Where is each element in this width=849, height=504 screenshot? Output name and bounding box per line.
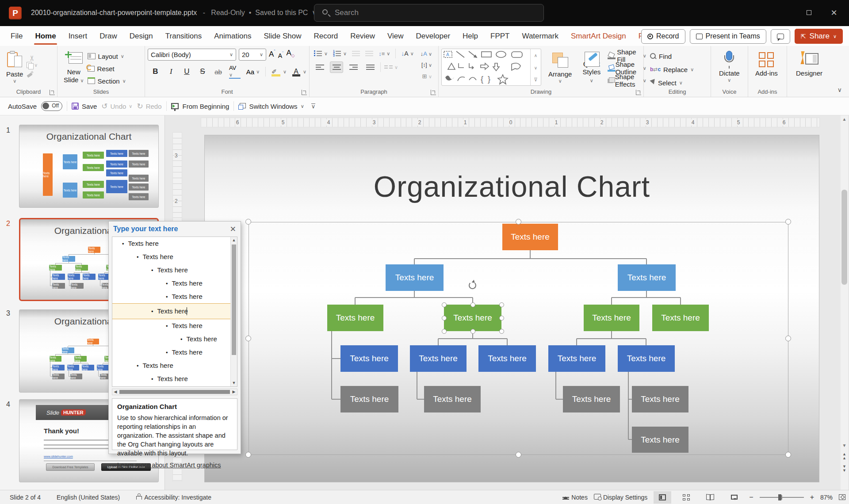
- quick-styles-button[interactable]: QuickStyles ∨: [579, 49, 604, 86]
- org-chart-node[interactable]: Texts here: [563, 386, 620, 412]
- columns-button[interactable]: [384, 64, 393, 70]
- shape-handle[interactable]: [442, 302, 447, 307]
- tab-fppt[interactable]: FPPT: [484, 26, 516, 46]
- frame-handle[interactable]: [785, 452, 791, 458]
- tab-insert[interactable]: Insert: [62, 26, 94, 46]
- shape-outline-button[interactable]: Shape Outline∨: [608, 62, 646, 74]
- copy-icon[interactable]: [27, 62, 33, 69]
- font-color-button[interactable]: A: [292, 68, 300, 76]
- tab-draw[interactable]: Draw: [93, 26, 123, 46]
- org-chart-node[interactable]: Texts here: [340, 345, 398, 372]
- replace-button[interactable]: b⇄cReplace∨: [650, 64, 708, 75]
- org-chart-node[interactable]: Texts here: [548, 345, 605, 372]
- tab-file[interactable]: File: [4, 26, 29, 46]
- org-chart-node[interactable]: Texts here: [340, 386, 398, 412]
- shape-handle[interactable]: [442, 316, 447, 321]
- frame-handle[interactable]: [785, 336, 791, 341]
- bullets-button[interactable]: [314, 50, 322, 57]
- shape-handle[interactable]: [470, 329, 475, 334]
- org-chart-node[interactable]: Texts here: [410, 345, 467, 372]
- comments-button[interactable]: [771, 29, 790, 44]
- designer-button[interactable]: Designer: [792, 49, 826, 86]
- text-pane-item[interactable]: •Texts here: [112, 237, 237, 250]
- text-direction-button[interactable]: ↓A: [401, 50, 408, 57]
- zoom-level[interactable]: 87%: [820, 494, 833, 501]
- tab-view[interactable]: View: [381, 26, 410, 46]
- text-pane-item[interactable]: •Texts here: [112, 319, 237, 332]
- shadow-strike-button[interactable]: S: [198, 67, 208, 76]
- org-chart-node[interactable]: Texts here: [327, 305, 383, 331]
- scroll-down-icon[interactable]: ▼: [841, 442, 848, 450]
- previous-slide-button[interactable]: ▲▲: [841, 452, 848, 462]
- clipboard-dialog-launcher[interactable]: [50, 90, 55, 95]
- section-button[interactable]: Section∨: [88, 75, 126, 87]
- pane-scroll-left-icon[interactable]: ◀: [112, 389, 119, 395]
- text-pane-item[interactable]: •Texts here: [112, 346, 237, 359]
- numbering-button[interactable]: 123: [333, 50, 341, 57]
- character-spacing-button[interactable]: AV ∨: [229, 65, 241, 79]
- font-name-combo[interactable]: Calibri (Body)∨: [148, 49, 236, 61]
- tab-transitions[interactable]: Transitions: [159, 26, 208, 46]
- decrease-indent-button[interactable]: [352, 50, 360, 57]
- shapes-gallery[interactable]: A: [441, 49, 541, 86]
- frame-handle[interactable]: [785, 219, 791, 225]
- smartart-learn-more-link[interactable]: Learn more about SmartArt graphics: [117, 462, 221, 469]
- share-button[interactable]: ⇱ Share ∨: [795, 29, 843, 44]
- pane-scroll-up-icon[interactable]: ▲: [231, 237, 237, 244]
- addins-button[interactable]: Add-ins: [752, 49, 781, 86]
- shape-handle[interactable]: [470, 302, 475, 307]
- text-pane-item[interactable]: •Texts here: [112, 332, 237, 346]
- tab-review[interactable]: Review: [344, 26, 381, 46]
- reset-button[interactable]: Reset: [88, 63, 126, 74]
- text-pane-item[interactable]: •Texts here: [112, 277, 237, 290]
- undo-button[interactable]: ↺Undo∨: [101, 102, 132, 111]
- display-settings-button[interactable]: Display Settings: [594, 494, 647, 501]
- shape-effects-button[interactable]: Shape Effects∨: [608, 75, 646, 86]
- bold-button[interactable]: B: [150, 67, 161, 76]
- pane-scroll-down-icon[interactable]: ▼: [231, 380, 237, 386]
- org-chart-node[interactable]: Texts here: [424, 386, 481, 412]
- next-slide-button[interactable]: ▼▼: [841, 465, 848, 474]
- frame-handle[interactable]: [245, 219, 251, 225]
- strikethrough-button[interactable]: ab: [213, 68, 223, 76]
- tab-home[interactable]: Home: [29, 26, 62, 46]
- close-window-button[interactable]: ✕: [828, 7, 840, 19]
- fit-to-window-icon[interactable]: [839, 494, 845, 500]
- org-chart-node[interactable]: Texts here: [444, 305, 501, 331]
- powerpoint-app-icon[interactable]: P: [9, 7, 22, 19]
- shapes-more-icon[interactable]: ∨: [534, 78, 537, 82]
- restore-window-button[interactable]: [803, 7, 815, 19]
- text-pane-item[interactable]: •Texts here: [112, 250, 237, 263]
- paste-button[interactable]: Paste ∨: [3, 49, 27, 86]
- find-button[interactable]: Find: [650, 50, 708, 62]
- shape-handle[interactable]: [442, 329, 447, 334]
- text-pane-item[interactable]: •Texts here: [112, 359, 237, 372]
- shapes-scroll-up-icon[interactable]: ∧: [534, 53, 537, 58]
- autosave-toggle[interactable]: Off: [41, 101, 62, 111]
- frame-handle[interactable]: [516, 452, 521, 458]
- slideshow-view-button[interactable]: [725, 491, 743, 504]
- paragraph-dialog-launcher[interactable]: [431, 90, 436, 95]
- rotate-handle-icon[interactable]: [469, 282, 476, 289]
- scrollbar-thumb[interactable]: [841, 190, 847, 285]
- search-input[interactable]: [335, 8, 512, 17]
- drawing-dialog-launcher[interactable]: [636, 90, 641, 95]
- dictate-button[interactable]: Dictate ∨: [715, 49, 743, 86]
- text-highlight-button[interactable]: ✐: [272, 68, 280, 76]
- text-pane-vscrollbar[interactable]: ▲ ▼: [230, 237, 237, 386]
- align-text-vertical-button[interactable]: ↓A ∨: [421, 50, 432, 57]
- tab-design[interactable]: Design: [123, 26, 159, 46]
- from-beginning-button[interactable]: From Beginning: [171, 103, 229, 110]
- text-pane-item[interactable]: •Texts here: [112, 303, 237, 319]
- zoom-in-button[interactable]: +: [810, 493, 814, 501]
- scroll-up-icon[interactable]: ▲: [841, 115, 848, 123]
- tab-smartart-design[interactable]: SmartArt Design: [565, 26, 632, 46]
- tab-watermark[interactable]: Watermark: [516, 26, 565, 46]
- slide-sorter-view-button[interactable]: [677, 491, 695, 504]
- justify-button[interactable]: [363, 61, 377, 73]
- underline-button[interactable]: U: [182, 67, 192, 76]
- text-pane-item[interactable]: •Texts here: [112, 372, 237, 386]
- pane-scroll-right-icon[interactable]: ▶: [231, 389, 237, 395]
- save-button[interactable]: Save: [72, 103, 97, 110]
- present-in-teams-button[interactable]: Present in Teams: [690, 29, 766, 44]
